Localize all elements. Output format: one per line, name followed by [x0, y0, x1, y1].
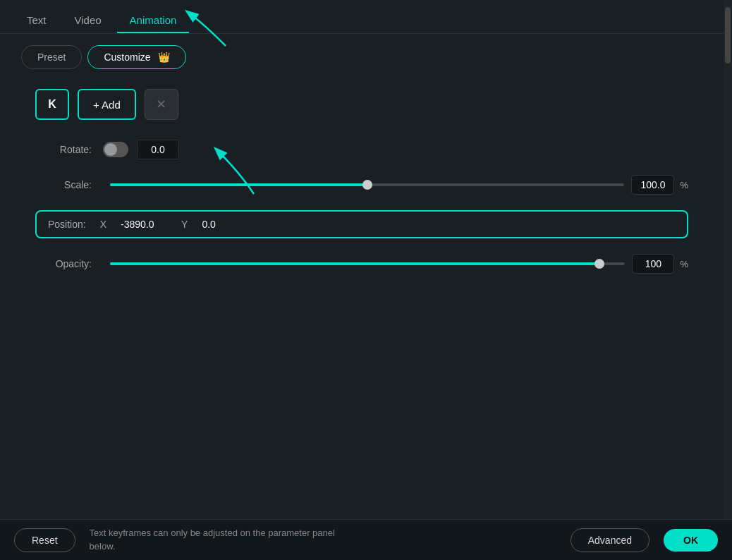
reset-button[interactable]: Reset	[14, 528, 75, 552]
position-row: Position: X -3890.0 Y 0.0	[35, 210, 688, 238]
opacity-slider-thumb[interactable]	[594, 259, 604, 269]
sub-tab-customize-label: Customize	[104, 51, 150, 63]
rotate-toggle[interactable]	[103, 142, 128, 157]
keyframe-delete-button[interactable]: ✕	[145, 89, 178, 120]
sub-tab-preset[interactable]: Preset	[21, 45, 82, 69]
ok-button[interactable]: OK	[664, 529, 718, 552]
opacity-slider-fill	[110, 262, 599, 265]
scale-unit: %	[680, 180, 688, 190]
tab-text[interactable]: Text	[14, 8, 59, 33]
keyframe-add-button[interactable]: + Add	[78, 89, 136, 120]
scale-slider-thumb[interactable]	[362, 180, 372, 190]
position-box: Position: X -3890.0 Y 0.0	[35, 210, 688, 238]
rotate-toggle-thumb	[104, 143, 117, 156]
tab-animation[interactable]: Animation	[117, 8, 190, 33]
main-content: Preset Customize 👑 K + Add ✕ Rotate: 0.0…	[0, 34, 724, 300]
crown-icon: 👑	[158, 51, 170, 63]
scrollbar-thumb[interactable]	[725, 7, 731, 63]
position-main-label: Position:	[48, 219, 86, 230]
scale-slider[interactable]	[110, 183, 624, 187]
bottom-bar: Reset Text keyframes can only be adjuste…	[0, 519, 732, 560]
opacity-row: Opacity: 100 %	[35, 254, 688, 274]
keyframe-row: K + Add ✕	[35, 89, 688, 120]
opacity-unit: %	[680, 259, 688, 269]
position-y-value[interactable]: 0.0	[202, 219, 251, 230]
scale-label: Scale:	[35, 179, 92, 190]
scale-slider-fill	[110, 183, 367, 186]
keyframe-k-button[interactable]: K	[35, 89, 69, 120]
scale-row: Scale: 100.0 %	[35, 175, 688, 195]
scale-value[interactable]: 100.0	[631, 175, 674, 195]
rotate-value[interactable]: 0.0	[137, 140, 179, 159]
tab-video[interactable]: Video	[62, 8, 114, 33]
rotate-label: Rotate:	[35, 144, 92, 155]
rotate-row: Rotate: 0.0	[35, 140, 688, 159]
advanced-button[interactable]: Advanced	[571, 528, 649, 552]
opacity-slider[interactable]	[110, 262, 625, 266]
position-y-label: Y	[181, 219, 188, 230]
position-x-label: X	[100, 219, 106, 230]
bottom-message: Text keyframes can only be adjusted on t…	[90, 527, 556, 552]
opacity-label: Opacity:	[35, 258, 92, 269]
top-tabs-bar: Text Video Animation	[0, 0, 732, 34]
opacity-value[interactable]: 100	[632, 254, 674, 274]
scrollbar[interactable]	[724, 0, 732, 560]
sub-tabs: Preset Customize 👑	[21, 45, 702, 69]
position-x-value[interactable]: -3890.0	[121, 219, 170, 230]
sub-tab-customize[interactable]: Customize 👑	[87, 45, 185, 69]
controls-area: K + Add ✕ Rotate: 0.0 Scale: 100.0 %	[21, 89, 702, 274]
